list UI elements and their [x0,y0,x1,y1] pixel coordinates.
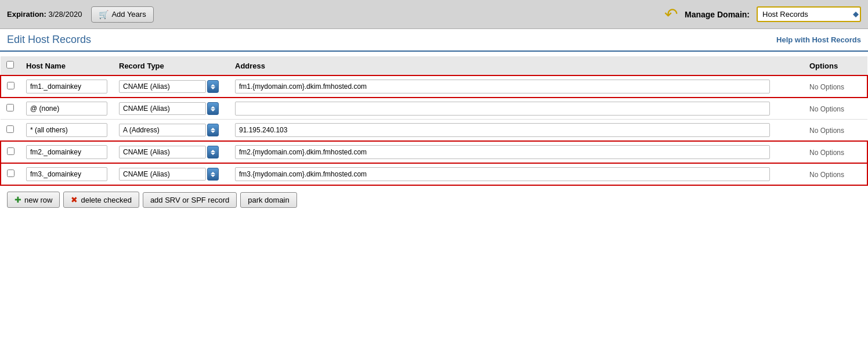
park-domain-button[interactable]: park domain [240,192,297,208]
address-input[interactable] [235,167,770,181]
record-type-wrapper: A (Address)CNAME (Alias)MX (Mail Exchang… [119,168,223,181]
record-type-arrow-btn[interactable] [207,168,219,181]
row-checkbox[interactable] [7,82,15,89]
record-type-wrapper: A (Address)CNAME (Alias)MX (Mail Exchang… [119,102,223,115]
manage-domain-wrapper: Host Records DNS Settings Email Settings… [757,6,861,22]
options-cell: No Options [804,75,867,98]
no-options-label: No Options [809,83,844,91]
no-options-label: No Options [809,105,844,113]
row-checkbox[interactable] [6,125,14,133]
new-row-button[interactable]: ✚ new row [7,192,60,208]
col-options: Options [804,56,867,75]
manage-domain-select[interactable]: Host Records DNS Settings Email Settings… [757,6,861,22]
record-type-wrapper: A (Address)CNAME (Alias)MX (Mail Exchang… [119,80,223,93]
host-name-input[interactable] [26,102,107,116]
page-title: Edit Host Records [7,34,91,46]
address-input[interactable] [235,80,770,93]
manage-domain-label: Manage Domain: [685,10,750,19]
col-address: Address [229,56,804,75]
table-row: A (Address)CNAME (Alias)MX (Mail Exchang… [1,75,867,98]
options-cell: No Options [804,120,867,142]
address-input[interactable] [235,123,770,137]
no-options-label: No Options [809,127,844,135]
record-type-select[interactable]: A (Address)CNAME (Alias)MX (Mail Exchang… [119,124,206,136]
host-name-input[interactable] [26,145,107,159]
no-options-label: No Options [809,171,844,179]
table-row: A (Address)CNAME (Alias)MX (Mail Exchang… [1,163,867,185]
select-all-checkbox[interactable] [6,61,14,69]
host-name-input[interactable] [26,123,107,137]
col-checkbox [1,56,20,75]
add-srv-button[interactable]: add SRV or SPF record [143,192,237,208]
record-type-select[interactable]: A (Address)CNAME (Alias)MX (Mail Exchang… [119,80,206,93]
record-type-wrapper: A (Address)CNAME (Alias)MX (Mail Exchang… [119,124,223,136]
col-record-type: Record Type [113,56,229,75]
row-checkbox[interactable] [6,104,14,111]
options-cell: No Options [804,163,867,185]
address-input[interactable] [235,145,770,159]
table-header-row: Host Name Record Type Address Options [1,56,867,75]
row-checkbox[interactable] [7,170,15,177]
col-host-name: Host Name [20,56,113,75]
bottom-actions: ✚ new row ✖ delete checked add SRV or SP… [0,186,868,214]
table-row: A (Address)CNAME (Alias)MX (Mail Exchang… [1,98,867,120]
options-cell: No Options [804,141,867,163]
cart-icon: 🛒 [99,10,108,19]
plus-icon: ✚ [15,195,21,204]
add-years-button[interactable]: 🛒 Add Years [91,6,153,23]
record-type-select[interactable]: A (Address)CNAME (Alias)MX (Mail Exchang… [119,146,206,158]
table-row: A (Address)CNAME (Alias)MX (Mail Exchang… [1,120,867,142]
no-options-label: No Options [809,149,844,157]
delete-checked-button[interactable]: ✖ delete checked [63,192,139,208]
back-icon[interactable]: ↶ [664,5,678,24]
record-type-arrow-btn[interactable] [207,146,219,158]
expiration-label: Expiration: 3/28/2020 [7,10,82,19]
section-header: Edit Host Records Help with Host Records [0,29,868,52]
record-type-wrapper: A (Address)CNAME (Alias)MX (Mail Exchang… [119,146,223,158]
record-type-arrow-btn[interactable] [207,102,219,115]
host-name-input[interactable] [26,167,107,181]
help-link[interactable]: Help with Host Records [776,35,861,44]
record-type-arrow-btn[interactable] [207,80,219,93]
address-input[interactable] [235,102,770,116]
top-bar: Expiration: 3/28/2020 🛒 Add Years ↶ Mana… [0,0,868,29]
table-row: A (Address)CNAME (Alias)MX (Mail Exchang… [1,141,867,163]
record-type-arrow-btn[interactable] [207,124,219,136]
delete-icon: ✖ [71,195,78,204]
record-type-select[interactable]: A (Address)CNAME (Alias)MX (Mail Exchang… [119,168,206,181]
row-checkbox[interactable] [7,147,15,155]
options-cell: No Options [804,98,867,120]
expiration-date: 3/28/2020 [49,10,82,19]
host-records-table: Host Name Record Type Address Options A … [0,56,868,186]
record-type-select[interactable]: A (Address)CNAME (Alias)MX (Mail Exchang… [119,102,206,115]
host-name-input[interactable] [26,80,107,93]
